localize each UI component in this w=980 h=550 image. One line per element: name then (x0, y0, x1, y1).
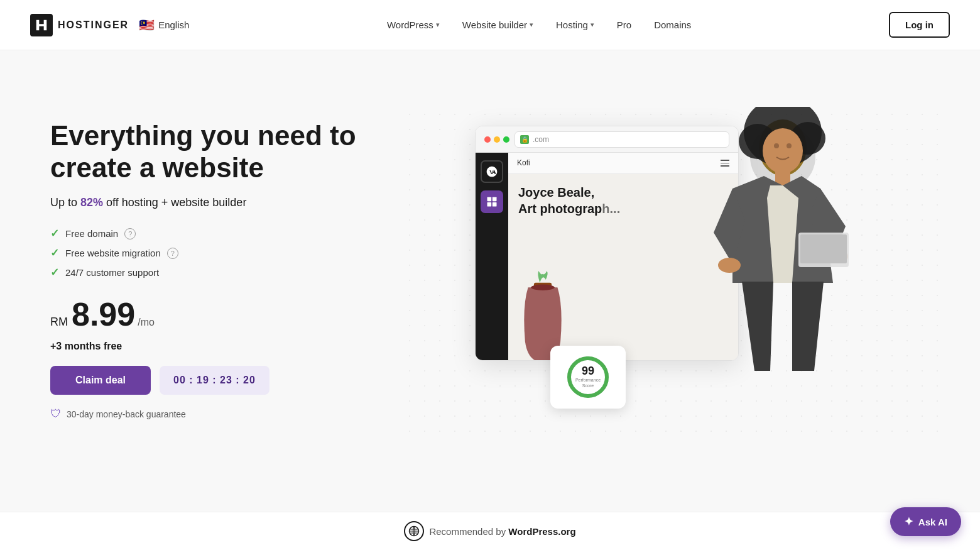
svg-point-18 (774, 143, 779, 148)
language-selector[interactable]: 🇲🇾 English (139, 18, 189, 33)
navbar: HOSTINGER 🇲🇾 English WordPress ▾ Website… (0, 0, 980, 50)
feature-free-domain: ✓ Free domain ? (50, 227, 377, 240)
address-text: .com (533, 135, 549, 144)
builder-icon (481, 190, 503, 213)
language-label: English (158, 19, 189, 30)
claim-deal-button[interactable]: Claim deal (50, 366, 151, 395)
svg-rect-24 (800, 234, 847, 263)
check-icon-1: ✓ (50, 227, 59, 240)
hero-section: Everything you need to create a website … (0, 50, 980, 478)
person-svg (682, 107, 871, 415)
navbar-left: HOSTINGER 🇲🇾 English (30, 14, 189, 36)
hosting-chevron-icon: ▾ (591, 21, 594, 29)
illustration-container: 🔒 .com (475, 113, 877, 427)
site-sidebar (476, 153, 508, 360)
nav-item-pro[interactable]: Pro (608, 14, 640, 35)
svg-rect-2 (487, 202, 492, 207)
logo-text: HOSTINGER (58, 19, 129, 31)
svg-point-7 (569, 358, 607, 396)
wordpress-circle-icon (404, 521, 424, 541)
svg-point-21 (718, 258, 741, 273)
ask-ai-button[interactable]: ✦ Ask AI (890, 507, 961, 536)
feature-label-1: Free domain (65, 228, 118, 239)
feature-label-3: 24/7 customer support (65, 267, 159, 278)
svg-rect-3 (493, 202, 497, 207)
price-block: RM 8.99 /mo (50, 298, 377, 331)
guarantee-text: 🛡 30-day money-back guarantee (50, 407, 377, 421)
wordpress-chevron-icon: ▾ (436, 21, 440, 29)
hero-title: Everything you need to create a website (50, 120, 377, 184)
feature-label-2: Free website migration (65, 248, 161, 258)
price-bonus: +3 months free (50, 341, 377, 352)
svg-text:Score: Score (582, 383, 594, 388)
cta-row: Claim deal 00 : 19 : 23 : 20 (50, 366, 377, 395)
ask-ai-label: Ask AI (918, 517, 947, 527)
wp-circle-svg (408, 525, 420, 537)
svg-text:99: 99 (582, 365, 594, 377)
shield-icon: 🛡 (50, 407, 62, 421)
hostinger-logo-svg (35, 18, 48, 32)
price-currency: RM (50, 316, 68, 329)
svg-point-17 (763, 128, 803, 173)
features-list: ✓ Free domain ? ✓ Free website migration… (50, 227, 377, 279)
login-button[interactable]: Log in (889, 12, 950, 38)
nav-links: WordPress ▾ Website builder ▾ Hosting ▾ … (378, 14, 700, 35)
subtitle-suffix: off hosting + website builder (103, 196, 246, 209)
browser-dot-red (484, 136, 491, 143)
nav-item-wordpress[interactable]: WordPress ▾ (378, 14, 449, 35)
nav-item-domains[interactable]: Domains (645, 14, 700, 35)
price-period: /mo (138, 317, 155, 328)
builder-logo-svg (486, 195, 498, 208)
svg-rect-0 (487, 197, 492, 202)
svg-point-5 (531, 284, 555, 290)
wp-logo-svg (486, 165, 498, 178)
performance-card: 99 Performance Score (550, 346, 626, 409)
svg-point-19 (787, 143, 792, 148)
ai-icon: ✦ (904, 515, 913, 529)
logo[interactable]: HOSTINGER (30, 14, 129, 36)
svg-rect-1 (493, 197, 497, 202)
help-icon-2[interactable]: ? (167, 248, 178, 259)
website-builder-chevron-icon: ▾ (530, 21, 533, 29)
hero-subtitle: Up to 82% off hosting + website builder (50, 196, 377, 209)
subtitle-highlight: 82% (80, 196, 103, 209)
browser-dot-yellow (494, 136, 500, 143)
countdown-timer: 00 : 19 : 23 : 20 (160, 366, 270, 395)
hero-illustration: 🔒 .com (402, 107, 950, 434)
hero-content: Everything you need to create a website … (50, 120, 377, 421)
feature-migration: ✓ Free website migration ? (50, 246, 377, 260)
nav-item-website-builder[interactable]: Website builder ▾ (454, 14, 542, 35)
recommended-text: Recommended by WordPress.org (429, 526, 575, 537)
lock-icon: 🔒 (520, 135, 529, 144)
browser-dot-green (503, 136, 509, 143)
site-name: Kofi (517, 158, 530, 167)
check-icon-2: ✓ (50, 246, 59, 260)
performance-ring: 99 Performance Score (565, 355, 611, 400)
person-image (682, 107, 871, 415)
feature-support: ✓ 24/7 customer support (50, 266, 377, 279)
wordpress-icon (481, 160, 503, 183)
logo-icon (30, 14, 53, 36)
svg-text:Performance: Performance (575, 378, 601, 382)
flag-icon: 🇲🇾 (139, 18, 155, 33)
price-amount: 8.99 (72, 298, 135, 331)
bottom-bar: Recommended by WordPress.org (0, 512, 980, 550)
help-icon-1[interactable]: ? (124, 228, 136, 239)
check-icon-3: ✓ (50, 266, 59, 279)
subtitle-prefix: Up to (50, 196, 80, 209)
nav-item-hosting[interactable]: Hosting ▾ (547, 14, 603, 35)
